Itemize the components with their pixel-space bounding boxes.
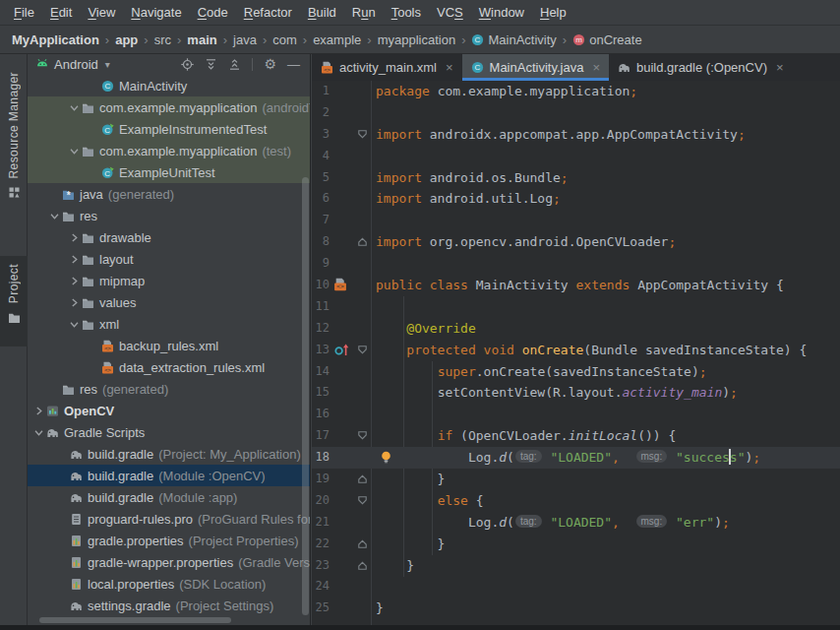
- line-number[interactable]: 17: [312, 425, 330, 447]
- code-text[interactable]: }: [376, 598, 384, 619]
- chevron-down-icon[interactable]: [47, 211, 61, 221]
- menu-help[interactable]: Help: [532, 5, 574, 20]
- expand-all-icon[interactable]: [205, 58, 217, 71]
- fold-marker-open-icon[interactable]: [357, 345, 368, 355]
- line-number[interactable]: 2: [312, 102, 330, 124]
- layout-xml-icon[interactable]: <>: [333, 278, 348, 292]
- fold-marker-close-icon[interactable]: [357, 473, 368, 484]
- line-number[interactable]: 7: [312, 210, 330, 231]
- hide-icon[interactable]: —: [287, 58, 300, 71]
- breadcrumb-item-app[interactable]: app: [115, 32, 138, 47]
- breadcrumb-item-mainactivity[interactable]: CMainActivity: [471, 32, 556, 47]
- line-number[interactable]: 9: [312, 253, 330, 275]
- chevron-down-icon[interactable]: [67, 319, 81, 330]
- tree-item-backup-rules-xml[interactable]: <>backup_rules.xml: [28, 335, 310, 356]
- tree-item-exampleinstrumentedtest[interactable]: CExampleInstrumentedTest: [28, 118, 310, 140]
- line-number[interactable]: 22: [312, 534, 330, 555]
- code-text[interactable]: protected void onCreate(Bundle savedInst…: [376, 340, 807, 361]
- breadcrumb-item-example[interactable]: example: [313, 32, 361, 47]
- tree-item-opencv[interactable]: OpenCV: [28, 400, 310, 421]
- line-number[interactable]: 24: [312, 576, 330, 598]
- chevron-down-icon[interactable]: [31, 427, 45, 438]
- close-icon[interactable]: ×: [592, 60, 600, 75]
- breadcrumb-item-main[interactable]: main: [187, 32, 216, 47]
- breadcrumb-item-src[interactable]: src: [154, 32, 171, 47]
- menu-edit[interactable]: Edit: [42, 5, 80, 20]
- menu-code[interactable]: Code: [190, 5, 236, 20]
- project-view-selector[interactable]: Android: [54, 57, 98, 72]
- code-text[interactable]: @Override: [376, 318, 476, 340]
- menu-file[interactable]: File: [6, 5, 42, 20]
- line-number[interactable]: 25: [312, 598, 330, 619]
- fold-marker-close-icon[interactable]: [357, 236, 368, 247]
- tree-item-gradle-scripts[interactable]: Gradle Scripts: [28, 421, 310, 443]
- line-number[interactable]: 19: [312, 469, 330, 490]
- project-vertical-scrollbar[interactable]: [302, 177, 309, 615]
- chevron-right-icon[interactable]: [67, 232, 81, 243]
- line-number[interactable]: 12: [312, 318, 330, 340]
- line-number[interactable]: 20: [312, 490, 330, 512]
- tree-item-res[interactable]: res: [28, 205, 310, 226]
- chevron-down-icon[interactable]: [67, 102, 81, 113]
- settings-icon[interactable]: ⚙: [264, 58, 276, 71]
- code-text[interactable]: }: [376, 534, 445, 555]
- fold-marker-open-icon[interactable]: [357, 129, 368, 140]
- menu-build[interactable]: Build: [300, 5, 344, 20]
- line-number[interactable]: 18: [312, 447, 330, 469]
- line-number[interactable]: 11: [312, 296, 330, 318]
- code-text[interactable]: package com.example.myapplication;: [376, 81, 637, 102]
- editor-tab-activity-main-xml[interactable]: <>activity_main.xml×: [312, 54, 462, 81]
- line-number[interactable]: 13: [312, 340, 330, 361]
- code-text[interactable]: import android.util.Log;: [376, 188, 561, 210]
- code-text[interactable]: Log.d(tag: "LOADED", msg: "err");: [376, 512, 730, 534]
- tree-item-values[interactable]: values: [28, 291, 310, 313]
- close-icon[interactable]: ×: [446, 60, 453, 75]
- code-text[interactable]: super.onCreate(savedInstanceState);: [376, 361, 707, 383]
- editor-tab-build-gradle-opencv[interactable]: build.gradle (:OpenCV)×: [609, 54, 793, 81]
- tree-item-com-example-myapplication-androidtest[interactable]: com.example.myapplication(androidTest): [28, 96, 310, 118]
- chevron-right-icon[interactable]: [67, 276, 81, 286]
- fold-marker-close-icon[interactable]: [357, 538, 368, 549]
- line-number[interactable]: 8: [312, 231, 330, 253]
- chevron-down-icon[interactable]: [67, 146, 81, 157]
- code-text[interactable]: import androidx.appcompat.app.AppCompatA…: [376, 124, 746, 146]
- line-number[interactable]: 15: [312, 382, 330, 404]
- line-number[interactable]: 3: [312, 124, 330, 146]
- line-number[interactable]: 14: [312, 361, 330, 383]
- tree-item-xml[interactable]: xml: [28, 313, 310, 335]
- line-number[interactable]: 21: [312, 512, 330, 534]
- tree-item-build-gradle-module-opencv[interactable]: build.gradle(Module :OpenCV): [28, 465, 310, 486]
- chevron-right-icon[interactable]: [31, 406, 45, 416]
- menu-vcs[interactable]: VCS: [429, 5, 471, 20]
- code-text[interactable]: else {: [376, 490, 484, 512]
- tree-item-com-example-myapplication-test[interactable]: com.example.myapplication(test): [28, 140, 310, 161]
- breadcrumb-item-java[interactable]: java: [233, 32, 257, 47]
- override-method-icon[interactable]: [333, 343, 348, 357]
- editor-tab-mainactivity-java[interactable]: CMainActivity.java×: [462, 54, 609, 81]
- tree-item-build-gradle-project-my-application[interactable]: build.gradle(Project: My_Application): [28, 443, 310, 465]
- tree-item-exampleunittest[interactable]: CExampleUnitTest: [28, 161, 310, 183]
- line-number[interactable]: 4: [312, 146, 330, 167]
- tree-item-res-generated[interactable]: res(generated): [28, 378, 310, 400]
- tree-item-mipmap[interactable]: mipmap: [28, 270, 310, 291]
- line-number[interactable]: 1: [312, 81, 330, 102]
- code-text[interactable]: if (OpenCVLoader.initLocal()) {: [376, 425, 676, 447]
- menu-tools[interactable]: Tools: [384, 5, 429, 20]
- breadcrumb-item-myapplication[interactable]: MyApplication: [12, 32, 99, 47]
- tree-item-drawable[interactable]: drawable: [28, 226, 310, 248]
- line-number[interactable]: 23: [312, 555, 330, 577]
- chevron-right-icon[interactable]: [67, 297, 81, 308]
- tree-item-gradle-properties-project-properties[interactable]: gradle.properties(Project Properties): [28, 530, 310, 551]
- code-text[interactable]: import org.opencv.android.OpenCVLoader;: [376, 231, 676, 253]
- tree-item-mainactivity[interactable]: CMainActivity: [28, 75, 310, 96]
- breadcrumb-item-oncreate[interactable]: monCreate: [572, 32, 641, 47]
- collapse-all-icon[interactable]: [228, 58, 241, 71]
- code-text[interactable]: }: [376, 469, 445, 490]
- line-number[interactable]: 6: [312, 188, 330, 210]
- code-text[interactable]: Log.d(tag: "LOADED", msg: "success");: [376, 447, 760, 469]
- fold-marker-open-icon[interactable]: [357, 430, 368, 441]
- fold-marker-open-icon[interactable]: [357, 495, 368, 506]
- tree-item-proguard-rules-pro-proguard-rules-for-app[interactable]: proguard-rules.pro(ProGuard Rules for ":…: [28, 508, 310, 530]
- menu-refactor[interactable]: Refactor: [236, 5, 300, 20]
- menu-navigate[interactable]: Navigate: [123, 5, 189, 20]
